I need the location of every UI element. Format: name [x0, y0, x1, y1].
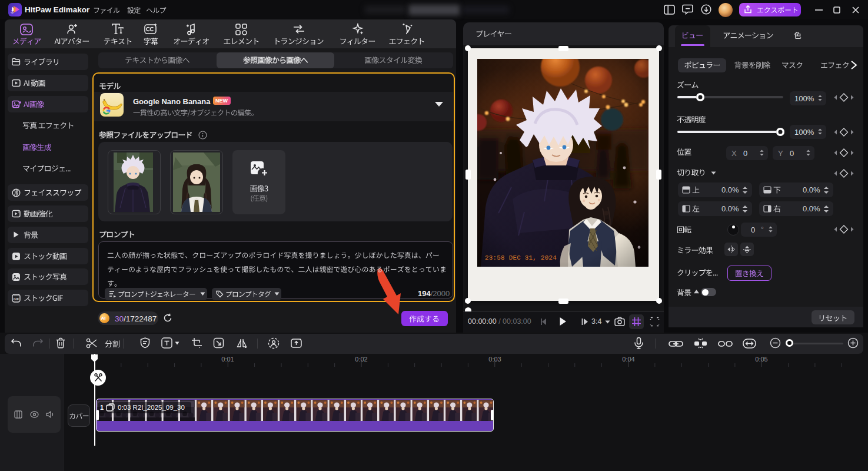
svg-text:0:05: 0:05 [755, 356, 767, 363]
svg-text:23:58 DEC 31, 2024: 23:58 DEC 31, 2024 [485, 254, 557, 261]
svg-text:0:03: 0:03 [488, 356, 501, 363]
svg-text:0:04: 0:04 [622, 356, 634, 363]
svg-text:0:01: 0:01 [221, 356, 234, 363]
svg-text:0:02: 0:02 [355, 356, 367, 363]
svg-text:GIF: GIF [14, 297, 19, 301]
